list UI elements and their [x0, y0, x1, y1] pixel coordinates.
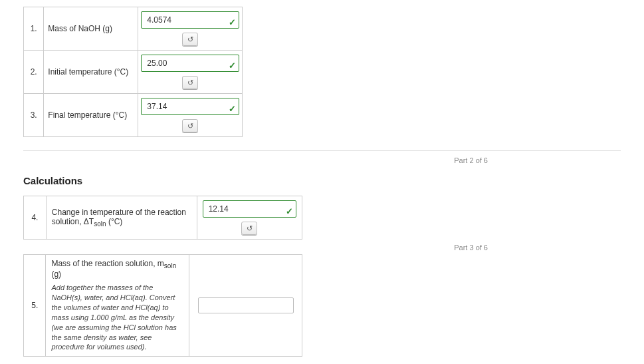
check-icon: ✓	[229, 101, 236, 117]
retry-button[interactable]: ↺	[182, 119, 198, 132]
table-row: 3. Final temperature (°C) 37.14 ✓ ↺	[24, 94, 243, 137]
answer-value: 12.14	[209, 204, 229, 214]
table-row: 4. Change in temperature of the reaction…	[24, 196, 302, 240]
answer-box: 37.14 ✓	[141, 98, 239, 115]
row-number: 4.	[24, 196, 47, 240]
retry-icon: ↺	[187, 79, 193, 87]
retry-button[interactable]: ↺	[182, 33, 198, 46]
row-label: Mass of NaOH (g)	[44, 7, 138, 51]
answer-box: 12.14 ✓	[203, 200, 296, 218]
check-icon: ✓	[229, 58, 236, 74]
answer-box: 25.00 ✓	[141, 55, 239, 72]
part-indicator: Part 2 of 6	[23, 154, 621, 167]
part-indicator: Part 3 of 6	[23, 241, 621, 254]
calc-table-4: 4. Change in temperature of the reaction…	[23, 196, 302, 240]
retry-icon: ↺	[187, 35, 193, 43]
answer-value: 4.0574	[147, 15, 171, 25]
row-number: 3.	[24, 94, 44, 137]
row-number: 1.	[24, 7, 44, 51]
retry-icon: ↺	[187, 122, 193, 130]
answer-box: 4.0574 ✓	[141, 11, 239, 29]
row-label: Mass of the reaction solution, msoln (g)…	[46, 255, 189, 357]
calc-table-5: 5. Mass of the reaction solution, msoln …	[23, 254, 302, 357]
calculations-heading: Calculations	[23, 175, 621, 186]
row-label: Initial temperature (°C)	[44, 51, 138, 94]
row-number: 5.	[24, 255, 46, 357]
retry-button[interactable]: ↺	[182, 76, 198, 89]
answer-value: 37.14	[147, 102, 167, 111]
measurements-table: 1. Mass of NaOH (g) 4.0574 ✓ ↺ 2. Initia…	[23, 7, 243, 137]
check-icon: ✓	[286, 204, 293, 220]
table-row: 5. Mass of the reaction solution, msoln …	[24, 255, 302, 357]
check-icon: ✓	[229, 15, 236, 31]
row-label: Final temperature (°C)	[44, 94, 138, 137]
table-row: 2. Initial temperature (°C) 25.00 ✓ ↺	[24, 51, 243, 94]
row-label: Change in temperature of the reaction so…	[46, 196, 197, 240]
retry-button[interactable]: ↺	[241, 222, 257, 235]
retry-icon: ↺	[247, 224, 253, 232]
answer-value: 25.00	[147, 59, 167, 68]
table-row: 1. Mass of NaOH (g) 4.0574 ✓ ↺	[24, 7, 243, 51]
divider	[23, 150, 621, 151]
row-number: 2.	[24, 51, 44, 94]
mass-solution-input[interactable]	[198, 297, 294, 313]
row-hint: Add together the masses of the NaOH(s), …	[51, 283, 183, 352]
